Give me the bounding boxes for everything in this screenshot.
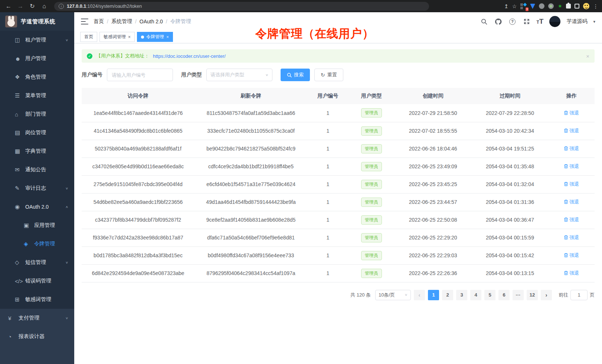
force-logout-button[interactable]: 强退: [564, 181, 579, 188]
sidebar-item-icon: ❖: [15, 74, 25, 80]
force-logout-button[interactable]: 强退: [564, 252, 579, 259]
help-icon[interactable]: ?: [508, 17, 517, 26]
sidebar-item[interactable]: ☰ 菜单管理: [0, 86, 74, 105]
page-number-button[interactable]: ···: [513, 290, 524, 300]
sidebar-item-label: 字典管理: [25, 148, 46, 155]
force-logout-label: 强退: [569, 128, 579, 134]
tab-label: 令牌管理: [146, 34, 164, 40]
force-logout-button[interactable]: 强退: [564, 216, 579, 223]
sidebar-collapse-icon[interactable]: [81, 19, 88, 24]
view-tab[interactable]: 令牌管理 ×: [137, 32, 173, 42]
extension-icon[interactable]: [548, 3, 554, 9]
sidebar-item[interactable]: ◇ 短信管理 ∨: [0, 253, 74, 272]
page-number-button[interactable]: 3: [456, 290, 467, 300]
sidebar-item[interactable]: ✉ 通知公告: [0, 161, 74, 179]
breadcrumb-item[interactable]: 系统管理: [111, 18, 132, 25]
page-number-button[interactable]: 4: [470, 290, 481, 300]
user-type-tag: 管理员: [361, 108, 382, 118]
sidebar-item[interactable]: </> 错误码管理: [0, 272, 74, 290]
sidebar-item[interactable]: ☻ 用户管理: [0, 49, 74, 68]
sidebar-item[interactable]: ◔ 报表设计器: [0, 327, 74, 346]
app-logo[interactable]: 芋道管理系统: [0, 12, 74, 31]
expire-time-cell: 2054-03-04 01:31:36: [471, 193, 548, 211]
breadcrumb-item[interactable]: 令牌管理: [170, 18, 191, 25]
table-row: f9336e7c7dd242a283ee98dc86b17a87 dfa6c71…: [82, 229, 595, 246]
page-number-button[interactable]: 1: [428, 290, 439, 300]
profile-avatar[interactable]: [583, 3, 589, 9]
search-icon[interactable]: [480, 17, 488, 26]
trash-icon: [564, 199, 568, 204]
tab-close-icon[interactable]: ×: [166, 34, 169, 40]
breadcrumb-item[interactable]: OAuth 2.0: [140, 19, 163, 24]
sidebar-item[interactable]: ⌂ 部门管理: [0, 105, 74, 123]
search-button[interactable]: 搜索: [281, 69, 310, 81]
sidebar-item[interactable]: ◈ 令牌管理: [0, 235, 74, 253]
sidebar-item[interactable]: ¥ 支付管理 ∨: [0, 309, 74, 327]
extensions-puzzle-icon[interactable]: [566, 4, 571, 9]
sidebar-item[interactable]: ▦ 字典管理: [0, 142, 74, 161]
page-number-button[interactable]: 6: [498, 290, 510, 300]
pinia-extension-icon[interactable]: ✶: [557, 3, 562, 10]
address-bar[interactable]: i 127.0.0.1:1024/system/oauth2/token: [54, 2, 429, 11]
user-type-select[interactable]: 请选择用户类型 ∨: [206, 69, 272, 81]
force-logout-button[interactable]: 强退: [564, 199, 579, 205]
github-icon[interactable]: [494, 17, 503, 26]
bookmark-star-icon[interactable]: ☆: [512, 3, 517, 9]
breadcrumb-item[interactable]: 首页: [94, 18, 104, 25]
sidebar-item[interactable]: ❖ 角色管理: [0, 68, 74, 86]
caret-down-icon[interactable]: ▾: [593, 19, 595, 24]
force-logout-button[interactable]: 强退: [564, 145, 579, 152]
sidebar-item[interactable]: ✎ 审计日志 ∨: [0, 179, 74, 198]
browser-home-icon[interactable]: ⌂: [39, 1, 49, 11]
browser-forward-icon[interactable]: →: [16, 1, 25, 11]
force-logout-button[interactable]: 强退: [564, 234, 579, 241]
tab-close-icon[interactable]: ×: [128, 34, 131, 40]
expire-time-cell: 2054-03-04 00:15:59: [471, 229, 548, 246]
next-page-button[interactable]: ›: [541, 290, 552, 300]
extension-icon[interactable]: [539, 3, 544, 9]
site-info-icon[interactable]: i: [59, 4, 64, 9]
browser-back-icon[interactable]: ←: [4, 1, 13, 11]
page-number-button[interactable]: 12: [527, 290, 538, 300]
page-number-button[interactable]: 2: [442, 290, 453, 300]
url-path: :1024/system/oauth2/token: [86, 4, 142, 9]
sidebar-item-label: 令牌管理: [34, 241, 55, 247]
sidebar-item[interactable]: ▣ 应用管理: [0, 216, 74, 235]
force-logout-button[interactable]: 强退: [564, 270, 579, 277]
sidebar-item[interactable]: ▤ 岗位管理: [0, 123, 74, 142]
fullscreen-icon[interactable]: [523, 17, 531, 26]
user-id-input[interactable]: [107, 69, 173, 81]
user-name[interactable]: 芋道源码: [566, 18, 587, 25]
page-size-select[interactable]: 10条/页 ∨: [375, 290, 411, 300]
table-column-header: 用户类型: [349, 88, 395, 104]
browser-menu-icon[interactable]: ⋮: [593, 3, 598, 9]
table-row: 6d842e2924594de9a09e45e087323abe 8796295…: [82, 264, 595, 282]
view-tab[interactable]: 首页: [80, 32, 97, 42]
tab-window-icon[interactable]: [575, 4, 579, 9]
sidebar-item[interactable]: ⊞ 敏感词管理: [0, 290, 74, 309]
success-check-icon: ✓: [87, 53, 92, 59]
sidebar-item[interactable]: ◉ OAuth 2.0 ∧: [0, 198, 74, 216]
page-number-button[interactable]: 5: [484, 290, 495, 300]
goto-page-input[interactable]: [570, 290, 588, 300]
force-logout-button[interactable]: 强退: [564, 163, 579, 170]
alert-close-icon[interactable]: ×: [586, 53, 589, 59]
sidebar-item[interactable]: ◫ 租户管理 ∨: [0, 31, 74, 49]
force-logout-button[interactable]: 强退: [564, 128, 579, 134]
doc-link[interactable]: https://doc.iocoder.cn/user-center/: [153, 53, 226, 59]
sidebar-item-icon: </>: [15, 278, 25, 284]
prev-page-button[interactable]: ‹: [414, 290, 425, 300]
view-tab[interactable]: 敏感词管理 ×: [99, 32, 135, 42]
user-avatar[interactable]: [549, 16, 560, 27]
user-type-cell: 管理员: [349, 246, 395, 264]
vue-devtools-icon[interactable]: [530, 4, 535, 9]
font-size-icon[interactable]: TT: [537, 17, 544, 26]
reset-button[interactable]: ↻ 重置: [314, 69, 343, 81]
share-icon[interactable]: ↥: [504, 3, 508, 9]
created-time-cell: 2022-07-29 21:58:50: [395, 104, 471, 122]
refresh-token-cell: cdfc4ce9c2da4bb1bdf21b9918ff4be5: [194, 158, 307, 175]
force-logout-button[interactable]: 强退: [564, 110, 579, 116]
extension-grid-icon[interactable]: 9: [520, 3, 526, 9]
browser-reload-icon[interactable]: ↻: [27, 1, 37, 11]
chevron-icon: ∨: [65, 261, 68, 264]
